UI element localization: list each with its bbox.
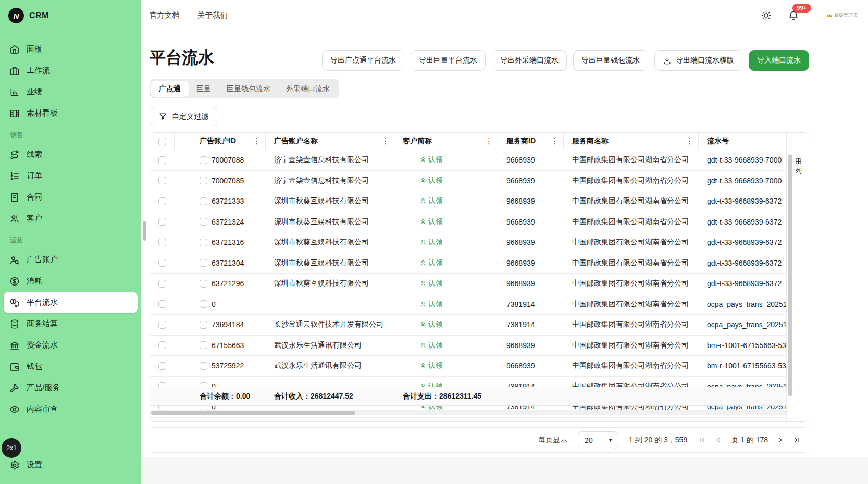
claim-link[interactable]: 认领 <box>419 361 443 370</box>
table-row[interactable]: 70007085济宁壹柒壹信息科技有限公司认领9668939中国邮政集团有限公司… <box>150 171 787 192</box>
sidebar-item[interactable]: 合同 <box>4 187 138 208</box>
sidebar-item[interactable]: 钱包 <box>4 356 138 377</box>
row-checkbox[interactable] <box>200 300 207 308</box>
table-row[interactable]: 67155663武汉永乐生活通讯有限公司认领9668939中国邮政集团有限公司湖… <box>150 336 787 356</box>
claim-link[interactable]: 认领 <box>419 258 443 268</box>
sidebar-item[interactable]: 订单 <box>4 165 138 187</box>
horizontal-scrollbar-thumb[interactable] <box>151 411 355 415</box>
sidebar-item[interactable]: 平台流水 <box>4 292 138 313</box>
row-checkbox[interactable] <box>158 300 166 308</box>
row-checkbox[interactable] <box>158 218 166 226</box>
row-checkbox[interactable] <box>200 218 207 226</box>
action-button[interactable]: 导出端口流水模版 <box>654 50 742 71</box>
sidebar-item[interactable]: 产品/服务 <box>4 377 138 399</box>
column-settings-button[interactable]: 列 <box>790 157 807 176</box>
action-button[interactable]: 导出巨量平台流水 <box>411 50 486 71</box>
custom-filter-button[interactable]: 自定义过滤 <box>150 107 217 126</box>
table-row[interactable]: 63721333深圳市秋葵互娱科技有限公司认领9668939中国邮政集团有限公司… <box>150 191 787 212</box>
tab[interactable]: 巨量钱包流水 <box>219 81 278 97</box>
column-header[interactable]: 广告账户ID <box>200 136 236 146</box>
row-checkbox[interactable] <box>200 156 207 164</box>
sidebar-item[interactable]: 内容审查 <box>4 399 138 420</box>
claim-link[interactable]: 认领 <box>419 196 443 206</box>
row-checkbox[interactable] <box>200 197 207 205</box>
table-row[interactable]: 63721324深圳市秋葵互娱科技有限公司认领9668939中国邮政集团有限公司… <box>150 212 787 233</box>
sidebar-item[interactable]: 素材看板 <box>4 103 138 124</box>
column-header[interactable]: 服务商名称 <box>572 136 609 146</box>
claim-link[interactable]: 认领 <box>419 176 443 185</box>
topbar-link-about[interactable]: 关于我们 <box>197 10 228 20</box>
last-page-button[interactable] <box>792 436 801 444</box>
row-checkbox[interactable] <box>200 341 207 349</box>
row-checkbox[interactable] <box>200 280 207 288</box>
row-checkbox[interactable] <box>158 156 166 164</box>
vertical-scrollbar-thumb[interactable] <box>788 154 792 396</box>
row-checkbox[interactable] <box>158 341 166 349</box>
row-checkbox[interactable] <box>200 177 207 184</box>
tab[interactable]: 外采端口流水 <box>278 81 338 97</box>
row-checkbox[interactable] <box>158 362 166 370</box>
row-checkbox[interactable] <box>200 362 207 370</box>
claim-link[interactable]: 认领 <box>419 238 443 247</box>
row-checkbox[interactable] <box>158 197 166 205</box>
column-menu-icon[interactable]: ⋮ <box>551 136 563 146</box>
theme-toggle-sun-icon[interactable] <box>761 10 772 21</box>
claim-link[interactable]: 认领 <box>419 155 443 165</box>
column-menu-icon[interactable]: ⋮ <box>686 136 698 146</box>
row-checkbox[interactable] <box>158 280 166 288</box>
user-badge[interactable]: 超级管理员 <box>815 12 858 19</box>
claim-link[interactable]: 认领 <box>419 300 443 309</box>
claim-link[interactable]: 认领 <box>419 320 443 329</box>
sidebar-item[interactable]: 资金流水 <box>4 334 138 356</box>
per-page-select[interactable]: 20 ▼ <box>578 431 618 449</box>
column-header[interactable]: 服务商ID <box>506 136 536 146</box>
row-checkbox[interactable] <box>200 239 207 246</box>
column-header[interactable]: 流水号 <box>707 136 729 146</box>
next-page-button[interactable] <box>776 436 785 444</box>
tab[interactable]: 广点通 <box>151 81 189 97</box>
row-checkbox[interactable] <box>158 177 166 184</box>
row-checkbox[interactable] <box>200 259 207 267</box>
tab[interactable]: 巨量 <box>189 81 219 97</box>
topbar-link-docs[interactable]: 官方文档 <box>150 10 180 20</box>
column-menu-icon[interactable]: ⋮ <box>485 136 498 146</box>
row-checkbox[interactable] <box>158 321 166 329</box>
first-page-button[interactable] <box>698 436 706 444</box>
sidebar-item-settings[interactable]: 设置 <box>4 454 138 476</box>
row-checkbox[interactable] <box>200 321 207 329</box>
column-menu-icon[interactable]: ⋮ <box>381 136 394 146</box>
sidebar-item[interactable]: 线索 <box>4 144 138 165</box>
action-button[interactable]: 导入端口流水 <box>749 50 809 71</box>
claim-link[interactable]: 认领 <box>419 217 443 227</box>
action-button[interactable]: 导出巨量钱包流水 <box>573 50 648 71</box>
prev-page-button[interactable] <box>714 436 723 444</box>
sidebar-item[interactable]: 商务结算 <box>4 313 138 334</box>
row-checkbox[interactable] <box>158 259 166 267</box>
column-header[interactable]: 客户简称 <box>403 136 432 146</box>
table-row[interactable]: 63721304深圳市秋葵互娱科技有限公司认领9668939中国邮政集团有限公司… <box>150 253 787 274</box>
sidebar-item[interactable]: 广告账户 <box>4 249 138 270</box>
sidebar-item[interactable]: 面板 <box>4 39 138 60</box>
claim-link[interactable]: 认领 <box>419 279 443 288</box>
table-row[interactable]: 63721316深圳市秋葵互娱科技有限公司认领9668939中国邮政集团有限公司… <box>150 232 787 253</box>
row-checkbox[interactable] <box>158 239 166 246</box>
column-menu-icon[interactable]: ⋮ <box>253 136 265 146</box>
horizontal-scrollbar[interactable] <box>150 410 787 415</box>
table-row[interactable]: 63721296深圳市秋葵互娱科技有限公司认领9668939中国邮政集团有限公司… <box>150 274 787 294</box>
sidebar-item[interactable]: 消耗 <box>4 270 138 292</box>
column-header[interactable]: 广告账户名称 <box>274 136 318 146</box>
corner-badge[interactable]: 2x1 <box>2 438 21 458</box>
sidebar-item[interactable]: 客户 <box>4 208 138 229</box>
table-row[interactable]: 70007088济宁壹柒壹信息科技有限公司认领9668939中国邮政集团有限公司… <box>150 150 787 171</box>
table-row[interactable]: 53725922武汉永乐生活通讯有限公司认领9668939中国邮政集团有限公司湖… <box>150 356 787 377</box>
notifications-bell-icon[interactable]: 99+ <box>788 10 799 21</box>
table-row[interactable]: 73694184长沙常通云软件技术开发有限公司认领7381914中国邮政集团有限… <box>150 315 787 336</box>
action-button[interactable]: 导出外采端口流水 <box>492 50 567 71</box>
claim-link[interactable]: 认领 <box>419 341 443 350</box>
select-all-checkbox[interactable] <box>158 138 166 145</box>
sidebar-item[interactable]: 业绩 <box>4 81 138 103</box>
sidebar-scrollbar-thumb[interactable] <box>143 221 146 241</box>
sidebar-item[interactable]: 工作流 <box>4 60 138 81</box>
action-button[interactable]: 导出广点通平台流水 <box>322 50 404 71</box>
table-row[interactable]: 0认领7381914中国邮政集团有限公司湖南省分公司ocpa_pays_tran… <box>150 294 787 315</box>
